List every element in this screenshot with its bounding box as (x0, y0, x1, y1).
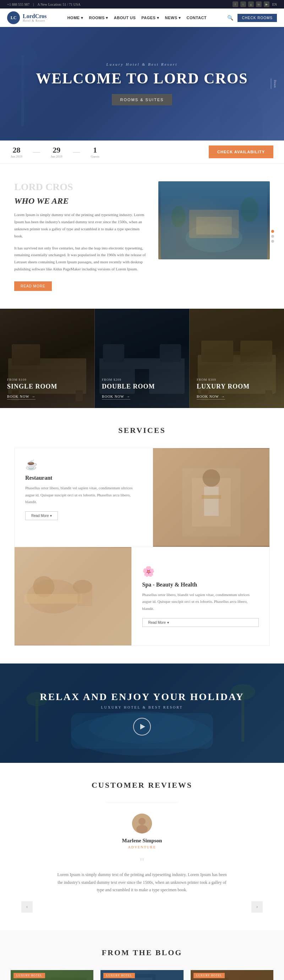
reviews-title: CUSTOMER REVIEWS (21, 781, 263, 790)
top-bar-contact: +1 888 555 987 | A New Location: 51 / 71… (7, 3, 81, 6)
nav-about[interactable]: ABOUT US (114, 16, 136, 20)
navigation: LC LordCros Hotel & Resort HOME ▾ ROOMS … (0, 8, 284, 27)
dot-1[interactable] (271, 230, 274, 233)
room-double[interactable]: FROM $209 DOUBLE ROOM BOOK NOW → (95, 309, 189, 408)
room-luxury[interactable]: FROM $309 LUXURY ROOM BOOK NOW → (190, 309, 284, 408)
spa-text: Phasellus ortor libero, blandit vel sapi… (142, 592, 259, 612)
chevron-right-icon2: ▾ (167, 620, 169, 624)
checkout-month: Jun 2019 (51, 155, 62, 158)
hero-button[interactable]: ROOMS & SUITES (112, 94, 172, 105)
svg-rect-39 (78, 587, 92, 606)
blog-card-3: LUXURY HOTEL Proin Fermentum Phasellus o… (191, 970, 273, 980)
dot-2[interactable] (271, 235, 274, 238)
review-next-button[interactable]: › (251, 901, 263, 913)
room-book-2[interactable]: BOOK NOW → (102, 395, 130, 399)
search-icon[interactable]: 🔍 (227, 15, 233, 21)
blog-card-2: LUXURY HOTEL Relax Zone Phasellus ortor … (101, 970, 183, 980)
review-prev-button[interactable]: ‹ (21, 901, 33, 913)
restaurant-text: Phasellus ortor libero, blandit vel sapi… (25, 485, 142, 506)
room-single[interactable]: FROM $109 SINGLE ROOM BOOK NOW → (0, 309, 94, 408)
scroll-label: Down (273, 80, 277, 88)
hero-subtitle: Luxury Hotel & Best Resort (36, 62, 248, 66)
svg-rect-33 (201, 495, 221, 499)
restaurant-image (153, 448, 270, 547)
room-book-3[interactable]: BOOK NOW → (197, 395, 225, 399)
svg-point-9 (171, 206, 186, 228)
blog-badge-2: LUXURY HOTEL (103, 973, 135, 978)
rooms-section: FROM $109 SINGLE ROOM BOOK NOW → FROM $2… (0, 309, 284, 408)
room-name-2: DOUBLE ROOM (102, 383, 155, 390)
check-rooms-button[interactable]: CHECK ROOMS (238, 14, 277, 22)
facebook-icon[interactable]: f (233, 2, 238, 7)
top-bar: +1 888 555 987 | A New Location: 51 / 71… (0, 0, 284, 8)
checkin-month: Jun 2019 (11, 155, 22, 158)
booking-bar: 28 Jun 2019 — 29 Jun 2019 — 1 Guests CHE… (0, 140, 284, 164)
quote-open-icon: " (21, 856, 263, 867)
googleplus-icon[interactable]: g (248, 2, 254, 7)
room-name-3: LUXURY ROOM (197, 383, 250, 390)
svg-point-31 (203, 469, 220, 487)
room-book-1[interactable]: BOOK NOW → (7, 395, 35, 399)
video-subtitle: LUXURY HOTEL & BEST RESORT (40, 705, 244, 709)
checkin-day: 28 (13, 145, 20, 155)
services-grid: ☕ Restaurant Phasellus ortor libero, bla… (14, 448, 270, 547)
logo[interactable]: LC LordCros Hotel & Resort (7, 11, 46, 24)
arrow-icon-1: → (32, 395, 35, 398)
svg-point-50 (136, 825, 148, 834)
guests-count: 1 (93, 145, 97, 155)
room-content-2: FROM $209 DOUBLE ROOM BOOK NOW → (102, 378, 155, 399)
svg-point-10 (241, 197, 258, 222)
check-availability-button[interactable]: CHECK AVAILABILITY (209, 145, 273, 158)
restaurant-name: Restaurant (25, 475, 142, 481)
who-image (158, 181, 270, 259)
spa-icon: 🌸 (142, 566, 259, 577)
play-button[interactable] (133, 718, 151, 735)
nav-icons: 🔍 CHECK ROOMS (227, 14, 277, 22)
guests-label: Guests (91, 155, 100, 158)
nav-rooms[interactable]: ROOMS ▾ (89, 16, 108, 20)
spa-image (14, 547, 131, 646)
checkin-field: 28 Jun 2019 (11, 145, 22, 158)
blog-image-3: LUXURY HOTEL (191, 970, 273, 980)
blog-image-2: LUXURY HOTEL (101, 970, 183, 980)
top-bar-right: f t g in ▶ EN (233, 2, 277, 7)
twitter-icon[interactable]: t (240, 2, 246, 7)
youtube-icon[interactable]: ▶ (264, 2, 270, 7)
spa-read-more[interactable]: Read More ▾ (142, 618, 259, 627)
reviewer-role: Adventure (21, 845, 263, 849)
top-bar-phone: +1 888 555 987 (7, 3, 29, 6)
blog-section: FROM THE BLOG LUXURY HOTEL Spa Packages … (0, 930, 284, 980)
arrow-icon-3: → (221, 395, 225, 398)
blog-card-1: LUXURY HOTEL Spa Packages Phasellus orto… (11, 970, 93, 980)
who-left: LORD CROS WHO WE ARE Lorem Ipsum is simp… (14, 181, 148, 291)
logo-text-group: LordCros Hotel & Resort (23, 13, 46, 23)
nav-pages[interactable]: PAGES ▾ (141, 16, 159, 20)
language-selector[interactable]: EN (272, 3, 277, 6)
restaurant-read-more[interactable]: Read More ▾ (25, 511, 58, 520)
svg-rect-8 (196, 217, 232, 234)
services-row2: 🌸 Spa - Beauty & Health Phasellus ortor … (14, 547, 270, 646)
reviewer-name: Marlene Simpson (21, 838, 263, 844)
nav-contact[interactable]: CONTACT (187, 16, 207, 20)
hero-content: Luxury Hotel & Best Resort WELCOME TO LO… (36, 62, 248, 105)
dot-3[interactable] (271, 240, 274, 243)
booking-dash: — (33, 148, 40, 156)
who-read-more-button[interactable]: Read More (14, 282, 52, 291)
nav-news[interactable]: NEWS ▾ (165, 16, 181, 20)
spa-name: Spa - Beauty & Health (142, 582, 259, 588)
who-logo: LORD CROS (14, 181, 148, 192)
services-section: SERVICES ☕ Restaurant Phasellus ortor li… (0, 408, 284, 664)
nav-home[interactable]: HOME ▾ (67, 16, 83, 20)
top-bar-address: A New Location: 51 / 71 USA (37, 3, 81, 6)
checkout-day: 29 (53, 145, 61, 155)
linkedin-icon[interactable]: in (256, 2, 262, 7)
video-section: RELAX AND ENJOY YOUR HOLIDAY LUXURY HOTE… (0, 663, 284, 763)
reviewer-avatar (132, 814, 152, 834)
arrow-icon-2: → (126, 395, 130, 398)
room-content-3: FROM $309 LUXURY ROOM BOOK NOW → (197, 378, 250, 399)
room-from-1: FROM $109 (7, 378, 57, 382)
hero-title: WELCOME TO LORD CROS (36, 70, 248, 87)
svg-point-4 (8, 45, 37, 66)
room-name-1: SINGLE ROOM (7, 383, 57, 390)
nav-links: HOME ▾ ROOMS ▾ ABOUT US PAGES ▾ NEWS ▾ C… (67, 16, 207, 20)
